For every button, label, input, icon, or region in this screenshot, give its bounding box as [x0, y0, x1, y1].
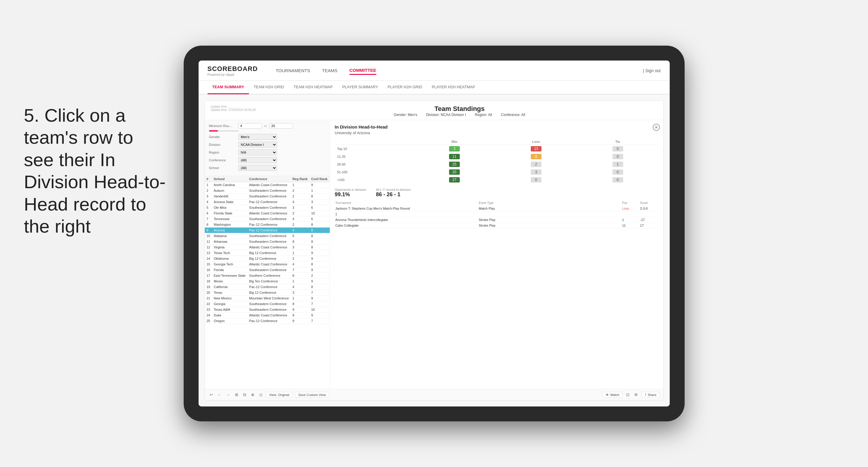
- cell-rds: 18: [329, 205, 330, 211]
- watch-button[interactable]: 👁 Watch: [602, 392, 623, 398]
- tourn-type: Stroke Play: [479, 218, 622, 222]
- subnav-player-summary[interactable]: PLAYER SUMMARY: [338, 81, 383, 94]
- cell-conf: 7: [309, 318, 329, 324]
- subnav-player-h2h-grid[interactable]: PLAYER H2H GRID: [383, 81, 427, 94]
- table-row[interactable]: 12 Virginia Atlantic Coast Conference 3 …: [205, 245, 330, 250]
- view-original-button[interactable]: View: Original: [266, 392, 293, 398]
- grid-icon[interactable]: ⊞: [234, 392, 240, 398]
- back-icon[interactable]: ←: [216, 392, 223, 398]
- division-select[interactable]: NCAA Division I: [238, 142, 277, 148]
- cell-rds: 27: [329, 250, 330, 256]
- h2h-row-label: 51-100: [335, 168, 414, 176]
- cell-rank: 18: [205, 279, 212, 284]
- cell-rank: 13: [205, 250, 212, 256]
- nav-teams[interactable]: TEAMS: [322, 67, 338, 74]
- undo-icon[interactable]: ↩: [209, 392, 214, 398]
- division-filter-row: Division NCAA Division I: [209, 142, 326, 148]
- table-row[interactable]: 14 Oklahoma Big 12 Conference 2 9 26 2: [205, 256, 330, 261]
- subnav-player-h2h-heatmap[interactable]: PLAYER H2H HEATMAP: [427, 81, 480, 94]
- division-filter: Division: NCAA Division I: [426, 113, 466, 117]
- cell-rds: 30: [329, 307, 330, 313]
- cell-rds: 23: [329, 222, 330, 227]
- subnav-team-h2h-grid[interactable]: TEAM H2H GRID: [249, 81, 289, 94]
- table-row[interactable]: 8 Washington Pac-12 Conference 2 8 23 1: [205, 222, 330, 227]
- table-row[interactable]: 24 Duke Atlantic Coast Conference 9 9 27…: [205, 313, 330, 318]
- sign-out[interactable]: | Sign out: [643, 68, 661, 73]
- opponents-stat: Opponents in division: 99.1%: [335, 188, 367, 198]
- layout-icon[interactable]: ⊡: [625, 392, 631, 398]
- h2h-row-label: Top 10: [335, 145, 414, 153]
- h2h-title: In Division Head-to-Head: [335, 124, 659, 129]
- standings-table-wrap: # School Conference Reg Rank Conf Rank R…: [205, 176, 330, 389]
- subnav-team-summary[interactable]: TEAM SUMMARY: [208, 81, 249, 94]
- cell-conf: 9: [309, 313, 329, 318]
- gender-select[interactable]: Men's: [238, 134, 277, 140]
- cell-rds: 29: [329, 279, 330, 284]
- table-row[interactable]: 19 California Pac-12 Conference 4 8 24 2: [205, 284, 330, 290]
- min-rounds-filter-row: Minimum Rou... to: [209, 123, 326, 128]
- table-row[interactable]: 4 Arizona State Pac-12 Conference 4 3 26…: [205, 199, 330, 205]
- cell-conference: Big 12 Conference: [247, 290, 291, 295]
- cell-rds: 21: [329, 318, 330, 324]
- table-row[interactable]: 16 Florida Southeastern Conference 7 9 2…: [205, 267, 330, 273]
- minus-icon[interactable]: ⊟: [242, 392, 247, 398]
- tourn-name: 1: [336, 212, 479, 216]
- tourn-type: [479, 212, 622, 216]
- share-button[interactable]: ⤴ Share: [641, 392, 659, 398]
- table-row[interactable]: 9 Arizona Pac-12 Conference 5 8 23 3: [205, 227, 330, 233]
- cell-rds: 24: [329, 245, 330, 250]
- table-row[interactable]: 25 Oregon Pac-12 Conference 9 7 21 0: [205, 318, 330, 324]
- cell-reg: 1: [291, 279, 310, 284]
- table-row[interactable]: 2 Auburn Southeastern Conference 2 1 27 …: [205, 188, 330, 193]
- subnav-team-h2h-heatmap[interactable]: TEAM H2H HEATMAP: [289, 81, 337, 94]
- division-label: Division: [209, 143, 236, 147]
- cell-rank: 9: [205, 227, 212, 233]
- table-row[interactable]: 5 Ole Miss Southeastern Conference 3 6 1…: [205, 205, 330, 211]
- school-select[interactable]: (All): [238, 165, 277, 171]
- settings-icon[interactable]: ⚙: [633, 392, 639, 398]
- min-rounds-input[interactable]: [238, 123, 262, 128]
- table-row[interactable]: 1 North Carolina Atlantic Coast Conferen…: [205, 182, 330, 188]
- region-filter-row: Region N/A: [209, 149, 326, 155]
- table-row[interactable]: 10 Alabama Southeastern Conference 5 8 2…: [205, 233, 330, 239]
- table-row[interactable]: 3 Vanderbilt Southeastern Conference 2 8…: [205, 193, 330, 199]
- table-row[interactable]: 6 Florida State Atlantic Coast Conferenc…: [205, 211, 330, 216]
- cell-school: California: [212, 284, 247, 290]
- cell-conference: Pac-12 Conference: [247, 318, 291, 324]
- cell-conference: Atlantic Coast Conference: [247, 261, 291, 267]
- table-row[interactable]: 13 Texas Tech Big 12 Conference 1 9 27 2: [205, 250, 330, 256]
- h2h-row-label: >100: [335, 176, 414, 184]
- table-row[interactable]: 20 Texas Big 12 Conference 3 7 20 0: [205, 290, 330, 295]
- tournament-row: Jackson T. Stephens Cup Men's Match-Play…: [335, 206, 659, 212]
- table-row[interactable]: 22 Georgia Southeastern Conference 8 7 2…: [205, 301, 330, 307]
- clock-icon[interactable]: ◷: [258, 392, 264, 398]
- card-toolbar: ↩ ← → ⊞ ⊟ ⊕ ◷ View: Original Save Custom…: [205, 389, 663, 400]
- cell-conf: 8: [309, 233, 329, 239]
- region-select[interactable]: N/A: [238, 149, 277, 155]
- cell-conference: Southeastern Conference: [247, 188, 291, 193]
- cell-rank: 8: [205, 222, 212, 227]
- nav-committee[interactable]: COMMITTEE: [349, 66, 376, 75]
- table-row[interactable]: 21 New Mexico Mountain West Conference 1…: [205, 295, 330, 301]
- plus-icon[interactable]: ⊕: [250, 392, 255, 398]
- h2h-row-tie: 0: [577, 145, 659, 153]
- conference-select[interactable]: (All): [238, 157, 277, 163]
- forward-icon[interactable]: →: [225, 392, 231, 398]
- table-row[interactable]: 18 Illinois Big Ten Conference 1 9 29 3: [205, 279, 330, 284]
- table-row[interactable]: 7 Tennessee Southeastern Conference 4 6 …: [205, 216, 330, 222]
- save-custom-view-button[interactable]: Save Custom View: [295, 392, 329, 398]
- cell-reg: 2: [291, 193, 310, 199]
- close-button[interactable]: ✕: [653, 124, 660, 131]
- cell-reg: 2: [291, 256, 310, 261]
- table-row[interactable]: 23 Texas A&M Southeastern Conference 9 1…: [205, 307, 330, 313]
- opponents-label: Opponents in division:: [335, 188, 367, 191]
- cell-rds: 24: [329, 273, 330, 279]
- nav-tournaments[interactable]: TOURNAMENTS: [276, 67, 310, 74]
- min-rounds-max-input[interactable]: [269, 123, 293, 128]
- cell-rds: 30: [329, 261, 330, 267]
- cell-reg: 3: [291, 245, 310, 250]
- table-row[interactable]: 17 East Tennessee State Southern Confere…: [205, 273, 330, 279]
- table-row[interactable]: 15 Georgia Tech Atlantic Coast Conferenc…: [205, 261, 330, 267]
- table-row[interactable]: 11 Arkansas Southeastern Conference 8 8 …: [205, 239, 330, 245]
- gender-label: Gender: [209, 135, 236, 139]
